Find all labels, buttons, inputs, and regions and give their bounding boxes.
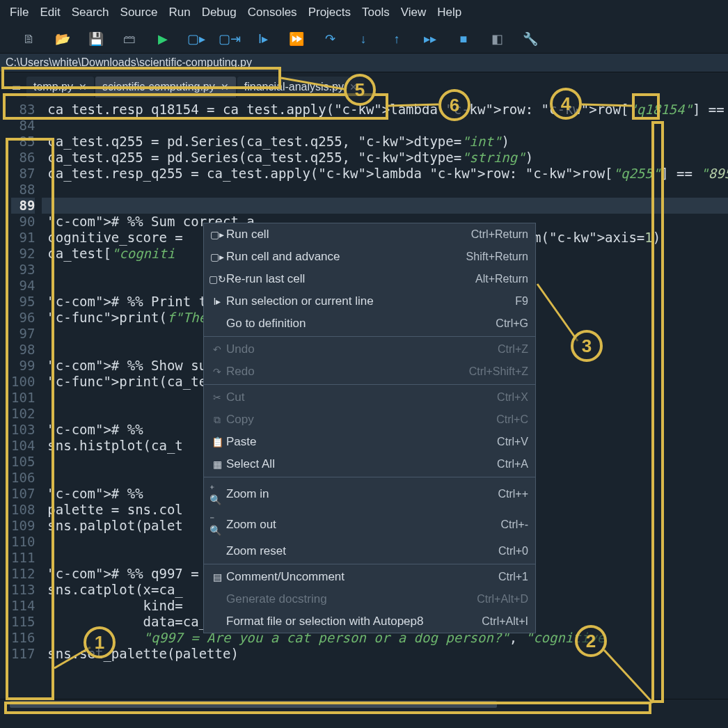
line-number: 89 [11, 198, 35, 214]
ctx-shortcut: Ctrl+Z [498, 343, 528, 356]
ctx-icon: ▤ [209, 571, 225, 583]
ctx-redo: ↷RedoCtrl+Shift+Z [204, 361, 535, 383]
ctx-re-run-last-cell[interactable]: ▢↻Re-run last cellAlt+Return [204, 268, 535, 290]
code-line[interactable]: ca_test.q255 = pd.Series(ca_test.q255, "… [42, 134, 728, 150]
ctx-go-to-definition[interactable]: Go to definitionCtrl+G [204, 312, 535, 335]
ctx-label: Comment/Uncomment [225, 570, 498, 584]
ctx-format-file-or-selection-with-autopep8[interactable]: Format file or selection with Autopep8Ct… [204, 610, 535, 633]
menu-source[interactable]: Source [116, 4, 162, 21]
ctx-label: Run cell and advance [225, 250, 466, 264]
ctx-shortcut: Ctrl+C [496, 413, 528, 426]
menu-consoles[interactable]: Consoles [244, 4, 301, 21]
layout-icon[interactable]: ◧ [490, 32, 504, 46]
ctx-label: Copy [225, 413, 496, 427]
debug-cell-icon[interactable]: ⏩ [290, 32, 303, 46]
code-line[interactable]: ca_test.resp_q255 = ca_test.apply("c-kw"… [42, 166, 728, 182]
line-number: 93 [11, 262, 35, 278]
ctx-shortcut: Ctrl+G [496, 317, 528, 330]
code-line[interactable] [42, 182, 728, 198]
ctx-icon: ▦ [209, 459, 225, 470]
menu-edit[interactable]: Edit [35, 4, 64, 21]
continue-icon[interactable]: ▸▸ [423, 32, 437, 46]
ctx-label: Select All [225, 457, 497, 471]
menu-projects[interactable]: Projects [304, 4, 355, 21]
step-in-icon[interactable]: ↓ [356, 32, 370, 46]
ctx-label: Run selection or current line [225, 294, 515, 308]
menu-search[interactable]: Search [68, 4, 113, 21]
run-icon[interactable]: ▶ [156, 32, 170, 46]
line-number: 112 [11, 566, 35, 582]
line-number: 99 [11, 358, 35, 374]
tab-scientific-computing-py[interactable]: scientific-computing.py✕ [95, 77, 236, 97]
line-number: 84 [11, 118, 35, 134]
line-number: 106 [11, 470, 35, 486]
ctx-icon: ⁺🔍 [209, 483, 225, 505]
annotation-badge-6: 6 [438, 89, 470, 121]
code-line[interactable] [42, 198, 728, 214]
ctx-run-selection-or-current-line[interactable]: I▸Run selection or current lineF9 [204, 290, 535, 312]
ctx-comment-uncomment[interactable]: ▤Comment/UncommentCtrl+1 [204, 566, 535, 588]
line-number: 90 [11, 214, 35, 230]
main-toolbar: 🗎 📂 💾 🗃 ▶ ▢▸ ▢⇥ I▸ ⏩ ↷ ↓ ↑ ▸▸ ■ ◧ 🔧 [0, 25, 728, 53]
line-number: 91 [11, 230, 35, 246]
menu-run[interactable]: Run [164, 4, 194, 21]
ctx-icon: 📋 [209, 436, 225, 448]
code-line[interactable]: ca_test.resp_q18154 = ca_test.apply("c-k… [42, 102, 728, 118]
ctx-zoom-in[interactable]: ⁺🔍Zoom inCtrl++ [204, 479, 535, 509]
step-out-icon[interactable]: ↑ [390, 32, 404, 46]
ctx-icon: ⧉ [209, 414, 225, 426]
horizontal-scrollbar[interactable] [0, 699, 728, 709]
ctx-run-cell[interactable]: ▢▸Run cellCtrl+Return [204, 223, 535, 246]
annotation-badge-5: 5 [344, 74, 376, 106]
ctx-label: Generate docstring [225, 592, 477, 606]
ctx-paste[interactable]: 📋PasteCtrl+V [204, 431, 535, 453]
ctx-generate-docstring: Generate docstringCtrl+Alt+D [204, 588, 535, 610]
ctx-label: Zoom reset [225, 544, 498, 558]
new-file-icon[interactable]: 🗎 [22, 32, 36, 46]
ctx-shortcut: Ctrl++ [498, 488, 528, 500]
menu-view[interactable]: View [397, 4, 431, 21]
line-number-gutter: 8384858687888990919293949596979899100101… [0, 102, 42, 699]
tab-label: financial-analysis.py [244, 81, 344, 93]
ctx-shortcut: Ctrl+V [497, 436, 528, 448]
ctx-run-cell-and-advance[interactable]: ▢▸Run cell and advanceShift+Return [204, 246, 535, 268]
line-number: 98 [11, 342, 35, 358]
run-cell-advance-icon[interactable]: ▢⇥ [223, 32, 237, 46]
ctx-icon: ↷ [209, 366, 225, 377]
menu-file[interactable]: File [6, 4, 33, 21]
menu-tools[interactable]: Tools [358, 4, 394, 21]
ctx-label: Zoom out [225, 518, 500, 532]
close-tab-icon[interactable]: ✕ [221, 81, 229, 93]
annotation-badge-4: 4 [550, 88, 582, 120]
ctx-shortcut: Ctrl+Shift+Z [469, 365, 528, 378]
tab-label: temp.py [33, 81, 73, 93]
ctx-icon: ✂ [209, 392, 225, 403]
save-icon[interactable]: 💾 [89, 32, 103, 46]
code-line[interactable]: ca_test.q255 = pd.Series(ca_test.q255, "… [42, 150, 728, 166]
code-line[interactable]: sns.set_palette(palette) [42, 646, 728, 662]
run-selection-icon[interactable]: I▸ [256, 32, 270, 46]
menu-help[interactable]: Help [433, 4, 466, 21]
ctx-zoom-out[interactable]: ⁻🔍Zoom outCtrl+- [204, 509, 535, 540]
annotation-badge-2: 2 [575, 625, 607, 657]
line-number: 95 [11, 294, 35, 310]
save-all-icon[interactable]: 🗃 [122, 32, 136, 46]
ctx-select-all[interactable]: ▦Select AllCtrl+A [204, 453, 535, 475]
stop-icon[interactable]: ■ [457, 32, 470, 46]
menu-debug[interactable]: Debug [198, 4, 241, 21]
line-number: 109 [11, 518, 35, 534]
ctx-zoom-reset[interactable]: Zoom resetCtrl+0 [204, 540, 535, 562]
open-folder-icon[interactable]: 📂 [56, 32, 70, 46]
code-line[interactable] [42, 118, 728, 134]
ctx-icon: ▢↻ [209, 274, 225, 285]
ctx-cut: ✂CutCtrl+X [204, 386, 535, 409]
preferences-icon[interactable]: 🔧 [523, 32, 537, 46]
close-tab-icon[interactable]: ✕ [79, 81, 87, 93]
ctx-icon: ▢▸ [209, 251, 225, 262]
ctx-copy: ⧉CopyCtrl+C [204, 409, 535, 431]
debug-step-icon[interactable]: ↷ [323, 32, 337, 46]
run-cell-icon[interactable]: ▢▸ [189, 32, 203, 46]
tab-temp-py[interactable]: temp.py✕ [26, 77, 94, 97]
line-number: 97 [11, 326, 35, 342]
browse-tabs-icon[interactable]: ▭ [6, 81, 26, 93]
